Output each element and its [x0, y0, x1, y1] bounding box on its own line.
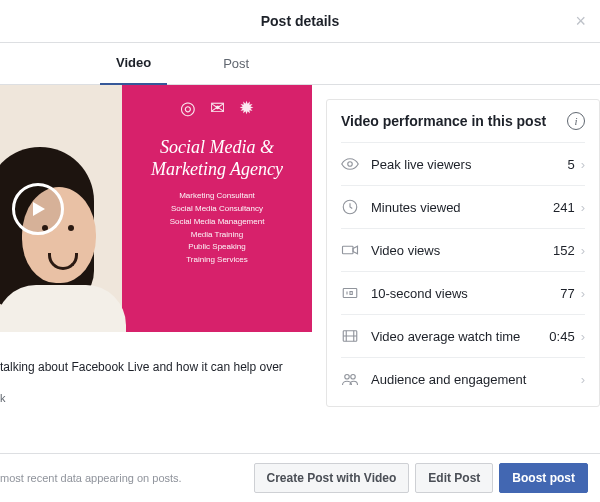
post-details-modal: Post details × Video Post ◎ ✉ ✹ Social M…: [0, 0, 600, 502]
chevron-right-icon: ›: [581, 372, 585, 387]
chevron-right-icon: ›: [581, 243, 585, 258]
perf-row-ten[interactable]: 10-second views77›: [341, 271, 585, 314]
ten-icon: [341, 284, 359, 302]
left-column: ◎ ✉ ✹ Social Media & Marketing Agency Ma…: [0, 85, 312, 453]
svg-point-5: [345, 375, 350, 380]
chevron-right-icon: ›: [581, 200, 585, 215]
perf-value: 152: [553, 243, 575, 258]
perf-row-clock[interactable]: Minutes viewed241›: [341, 185, 585, 228]
post-caption: talking about Facebook Live and how it c…: [0, 332, 312, 413]
perf-label: Video views: [371, 243, 553, 258]
banner-illustration: ◎ ✉ ✹ Social Media & Marketing Agency Ma…: [122, 85, 312, 332]
performance-rows: Peak live viewers5›Minutes viewed241›Vid…: [341, 142, 585, 400]
perf-value: 0:45: [549, 329, 574, 344]
perf-value: 241: [553, 200, 575, 215]
perf-label: Minutes viewed: [371, 200, 553, 215]
perf-label: 10-second views: [371, 286, 560, 301]
film-icon: [341, 327, 359, 345]
right-column: Video performance in this post i Peak li…: [312, 85, 600, 453]
modal-title: Post details: [261, 13, 340, 29]
create-post-with-video-button[interactable]: Create Post with Video: [254, 463, 410, 493]
edit-post-button[interactable]: Edit Post: [415, 463, 493, 493]
video-performance-panel: Video performance in this post i Peak li…: [326, 99, 600, 407]
play-button[interactable]: [12, 183, 64, 235]
bulb-icon: ✹: [239, 97, 254, 119]
tab-video[interactable]: Video: [100, 42, 167, 86]
perf-row-camera[interactable]: Video views152›: [341, 228, 585, 271]
panel-title: Video performance in this post: [341, 113, 546, 129]
panel-header: Video performance in this post i: [341, 100, 585, 142]
tab-post[interactable]: Post: [207, 43, 265, 84]
caption-text: talking about Facebook Live and how it c…: [0, 360, 283, 374]
perf-label: Video average watch time: [371, 329, 549, 344]
info-icon[interactable]: i: [567, 112, 585, 130]
clock-icon: [341, 198, 359, 216]
svg-point-0: [348, 162, 353, 167]
modal-body: ◎ ✉ ✹ Social Media & Marketing Agency Ma…: [0, 85, 600, 453]
close-icon[interactable]: ×: [575, 12, 586, 30]
camera-icon: [341, 241, 359, 259]
svg-point-6: [351, 375, 356, 380]
boost-post-button[interactable]: Boost post: [499, 463, 588, 493]
video-thumbnail[interactable]: ◎ ✉ ✹ Social Media & Marketing Agency Ma…: [0, 85, 312, 332]
banner-title: Social Media & Marketing Agency: [151, 137, 283, 180]
perf-row-film[interactable]: Video average watch time0:45›: [341, 314, 585, 357]
footer-note: most recent data appearing on posts.: [0, 472, 248, 484]
perf-value: 77: [560, 286, 574, 301]
presenter-illustration: [0, 135, 136, 332]
tabs: Video Post: [0, 43, 600, 85]
perf-value: 5: [567, 157, 574, 172]
chevron-right-icon: ›: [581, 329, 585, 344]
caption-meta: k: [0, 390, 302, 407]
modal-footer: most recent data appearing on posts. Cre…: [0, 453, 600, 502]
perf-label: Peak live viewers: [371, 157, 567, 172]
perf-row-people[interactable]: Audience and engagement›: [341, 357, 585, 400]
target-icon: ◎: [180, 97, 196, 119]
people-icon: [341, 370, 359, 388]
chevron-right-icon: ›: [581, 286, 585, 301]
chat-icon: ✉: [210, 97, 225, 119]
eye-icon: [341, 155, 359, 173]
banner-lines: Marketing ConsultantSocial Media Consult…: [170, 190, 265, 267]
modal-header: Post details ×: [0, 0, 600, 43]
chevron-right-icon: ›: [581, 157, 585, 172]
banner-icons-row: ◎ ✉ ✹: [180, 97, 254, 119]
perf-row-eye[interactable]: Peak live viewers5›: [341, 142, 585, 185]
perf-label: Audience and engagement: [371, 372, 575, 387]
svg-rect-2: [343, 246, 354, 254]
